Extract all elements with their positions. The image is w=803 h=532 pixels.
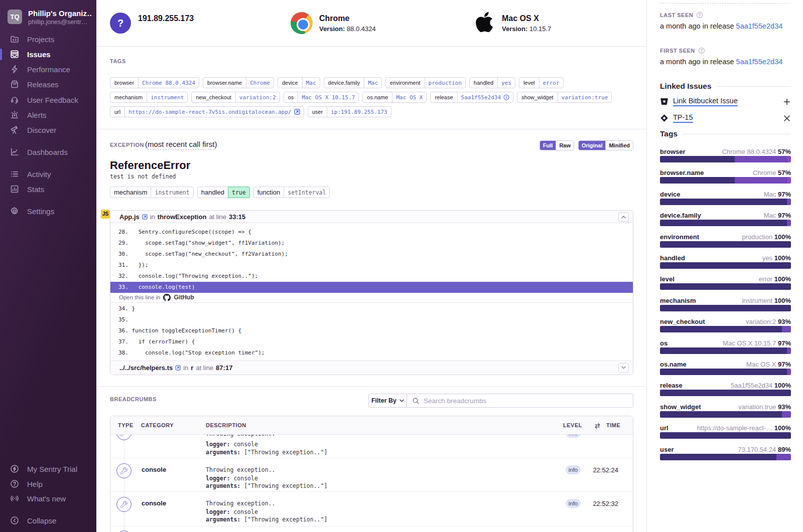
search-input[interactable] (424, 397, 633, 405)
sidebar-item-projects[interactable]: Projects (0, 32, 96, 47)
aside-tag-release[interactable]: release5aa1f55e2d34 100% (660, 382, 791, 397)
tag-value[interactable]: Mac OS X 10.15.7 (302, 94, 355, 101)
github-link[interactable]: GitHub (174, 294, 194, 301)
tag-value[interactable]: true (232, 189, 246, 196)
sidebar-item-issues[interactable]: Issues (0, 47, 96, 62)
sort-icon[interactable] (594, 423, 601, 429)
performance-icon (10, 65, 19, 74)
column-time[interactable]: TIME (606, 422, 620, 428)
tag-pill-handled: handledyes (469, 77, 515, 88)
tag-value[interactable]: ip:191.89.255.173 (331, 109, 387, 115)
aside-tag-url[interactable]: urlhttps://do-sample-react-… 100% (660, 424, 791, 439)
release-link[interactable]: 5aa1f55e2d34 (736, 58, 783, 66)
tag-pill-url: urlhttps://do-sample-react-7v5is.ondigit… (110, 106, 304, 117)
frame-filename: ../../src/helpers.ts (119, 364, 173, 372)
breadcrumb-row[interactable] (110, 526, 633, 532)
tag-value[interactable]: yes (501, 80, 511, 86)
sidebar-item-dashboards[interactable]: Dashboards (0, 144, 96, 159)
tag-pill-function: functionsetInterval (253, 187, 330, 198)
frame-lineno: 87:17 (216, 364, 232, 372)
tag-value[interactable]: https://do-sample-react-7v5is.ondigitalo… (128, 109, 292, 115)
wrench-icon (120, 501, 127, 508)
linked-issue-link[interactable]: TP-15 (673, 113, 693, 123)
sidebar-item-activity[interactable]: Activity (0, 166, 96, 182)
breadcrumb-row[interactable]: consoleThrowing exception..logger: conso… (110, 458, 633, 492)
exception-subtitle: (most recent call first) (145, 140, 217, 148)
aside-tag-environment[interactable]: environmentproduction 100% (660, 233, 791, 248)
toggle-option-minified[interactable]: Minified (605, 141, 633, 150)
aside-tag-mechanism[interactable]: mechanisminstrument 100% (660, 297, 791, 312)
sidebar-item-releases[interactable]: Releases (0, 77, 96, 92)
tag-key: environment (386, 78, 425, 88)
aside-tag-bar (660, 177, 791, 184)
sidebar-item-my-sentry-trial[interactable]: My Sentry Trial (0, 461, 96, 476)
aside-tag-browser[interactable]: browserChrome 88.0.4324 57% (660, 148, 791, 163)
aside-tag-name: environment (660, 233, 699, 241)
sidebar-collapse-button[interactable]: Collapse (0, 513, 96, 528)
tag-key: show_widget (517, 92, 558, 102)
aside-tag-user[interactable]: user73.170.54.24 89% (660, 446, 791, 461)
aside-tag-device.family[interactable]: device.familyMac 97% (660, 212, 791, 227)
tag-value[interactable]: variation:true (562, 94, 608, 101)
collapsed-frame-row[interactable]: ../../src/helpers.ts in r at line 87:17 (110, 361, 633, 375)
aside-tag-os.name[interactable]: os.nameMac OS X 97% (660, 361, 791, 376)
aside-tag-browser.name[interactable]: browser.nameChrome 57% (660, 169, 791, 184)
aside-tag-level[interactable]: levelerror 100% (660, 275, 791, 290)
breadcrumb-data: arguments: ["Throwing exception.."] (206, 516, 327, 523)
error-type: ReferenceError (110, 159, 190, 172)
tag-value[interactable]: Mac OS X (396, 94, 423, 101)
releases-icon (10, 80, 19, 89)
tag-value[interactable]: instrument (151, 94, 184, 101)
breadcrumb-row[interactable]: Throwing exception..logger: consoleargum… (110, 435, 633, 458)
sidebar-item-settings[interactable]: Settings (0, 204, 96, 219)
bitbucket-icon (660, 97, 668, 106)
sidebar-item-performance[interactable]: Performance (0, 62, 96, 77)
tag-value[interactable]: Mac (306, 80, 316, 86)
active-code-line[interactable]: 33. console.log(test) (110, 282, 633, 293)
sidebar-item-what-s-new[interactable]: What's new (0, 491, 96, 506)
aside-tag-device[interactable]: deviceMac 97% (660, 191, 791, 206)
aside-tag-handled[interactable]: handledyes 100% (660, 254, 791, 269)
aside-tag-show_widget[interactable]: show_widgetvariation:true 93% (660, 403, 791, 418)
linked-issue-link[interactable]: Link Bitbucket Issue (673, 97, 738, 106)
tag-pill-handled: handledtrue (197, 187, 250, 198)
tag-value[interactable]: production (429, 80, 462, 86)
close-icon[interactable] (783, 114, 791, 122)
stacktrace-full-raw-toggle: FullRaw (540, 140, 574, 150)
level-badge: info (566, 499, 581, 508)
toggle-option-original[interactable]: Original (579, 141, 606, 150)
aside-tag-name: mechanism (660, 297, 696, 304)
tag-value[interactable]: Mac (368, 80, 378, 86)
aside-tag-new_checkout[interactable]: new_checkoutvariation:2 93% (660, 318, 791, 333)
level-badge: info (566, 465, 581, 474)
sidebar-item-help[interactable]: Help (0, 476, 96, 491)
toggle-option-raw[interactable]: Raw (556, 141, 574, 150)
aside-tag-os[interactable]: osMac OS X 10.15.7 97% (660, 339, 791, 354)
tag-value[interactable]: 5aa1f55e2d34 (461, 94, 501, 101)
plus-icon[interactable] (783, 98, 791, 106)
stack-frame-header[interactable]: App.js in throwException at line 33:15 (110, 211, 633, 223)
info-icon (503, 94, 509, 100)
tag-value[interactable]: Chrome 88.0.4324 (142, 80, 195, 86)
sidebar-item-stats[interactable]: Stats (0, 182, 96, 197)
tag-value[interactable]: variation:2 (239, 94, 276, 101)
context-browser-version: Version: 88.0.4324 (319, 25, 376, 33)
code-line: 34. } (110, 303, 633, 314)
sidebar-item-alerts[interactable]: Alerts (0, 107, 96, 122)
tag-value[interactable]: Chrome (250, 80, 270, 86)
tag-value[interactable]: instrument (155, 189, 189, 196)
toggle-option-full[interactable]: Full (540, 141, 556, 150)
sidebar-item-discover[interactable]: Discover (0, 122, 96, 137)
release-link[interactable]: 5aa1f55e2d34 (736, 22, 783, 30)
filter-by-button[interactable]: Filter By (368, 394, 407, 408)
collapse-frame-button[interactable] (618, 212, 629, 222)
sidebar-item-user-feedback[interactable]: User Feedback (0, 92, 96, 107)
aside-tag-name: level (660, 275, 675, 283)
tag-value[interactable]: setInterval (288, 189, 326, 196)
code-line: 29. scope.setTag("show_widget", ff1Varia… (110, 237, 633, 248)
breadcrumb-row[interactable]: consoleThrowing exception..logger: conso… (110, 492, 633, 526)
activity-icon (10, 169, 19, 179)
tag-value[interactable]: error (543, 80, 560, 86)
tag-key: url (110, 107, 124, 117)
expand-frame-button[interactable] (618, 363, 629, 373)
